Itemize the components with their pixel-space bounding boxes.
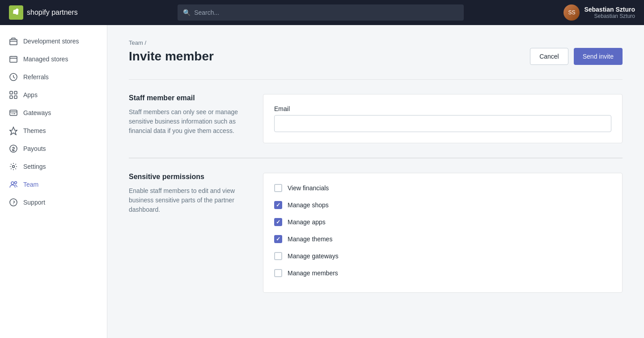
page-title: Invite member bbox=[129, 49, 214, 64]
themes-icon bbox=[9, 126, 18, 135]
permission-item-manage-apps: Manage apps bbox=[274, 214, 611, 231]
sidebar: Development stores Managed stores Referr… bbox=[0, 25, 107, 338]
checkbox-label-manage-gateways[interactable]: Manage gateways bbox=[288, 252, 339, 260]
search-icon: 🔍 bbox=[183, 9, 191, 16]
gateways-icon bbox=[9, 108, 18, 117]
cancel-button[interactable]: Cancel bbox=[530, 48, 568, 65]
header-actions: Cancel Send invite bbox=[530, 48, 623, 65]
checkbox-manage-themes[interactable] bbox=[274, 235, 282, 243]
sidebar-item-apps[interactable]: Apps bbox=[0, 86, 107, 104]
sidebar-label: Managed stores bbox=[23, 56, 68, 63]
breadcrumb-link[interactable]: Team / bbox=[129, 39, 146, 46]
svg-rect-1 bbox=[10, 39, 17, 45]
checkbox-label-view-financials[interactable]: View financials bbox=[288, 184, 329, 192]
referrals-icon bbox=[9, 73, 18, 81]
checkbox-manage-shops[interactable] bbox=[274, 201, 282, 209]
sidebar-item-gateways[interactable]: Gateways bbox=[0, 104, 107, 122]
logo[interactable]: shopify partners bbox=[9, 5, 78, 20]
sidebar-label: Team bbox=[23, 181, 38, 188]
team-icon bbox=[9, 180, 18, 189]
user-primary-name: Sebastian Szturo bbox=[584, 6, 635, 13]
svg-rect-2 bbox=[10, 56, 17, 62]
svg-point-11 bbox=[11, 182, 14, 184]
svg-rect-8 bbox=[10, 110, 17, 116]
permission-item-manage-shops: Manage shops bbox=[274, 197, 611, 214]
staff-email-section: Staff member email Staff members can onl… bbox=[129, 79, 623, 158]
svg-rect-7 bbox=[14, 96, 17, 98]
checkbox-label-manage-themes[interactable]: Manage themes bbox=[288, 235, 332, 243]
checkbox-manage-members[interactable] bbox=[274, 269, 282, 277]
sidebar-label: Settings bbox=[23, 163, 46, 170]
sidebar-item-payouts[interactable]: Payouts bbox=[0, 140, 107, 158]
sidebar-label: Referrals bbox=[23, 73, 49, 81]
brand-text: shopify partners bbox=[27, 9, 78, 17]
payouts-icon bbox=[9, 144, 18, 153]
topnav: shopify partners 🔍 SS Sebastian Szturo S… bbox=[0, 0, 644, 25]
svg-point-13 bbox=[10, 199, 17, 206]
section-desc-permissions: Enable staff members to edit and view bu… bbox=[129, 186, 245, 214]
permissions-card: View financialsManage shopsManage appsMa… bbox=[263, 173, 623, 293]
section-title-permissions: Sensitive permissions bbox=[129, 173, 245, 181]
sidebar-item-team[interactable]: Team bbox=[0, 175, 107, 193]
sidebar-item-referrals[interactable]: Referrals bbox=[0, 68, 107, 86]
svg-rect-5 bbox=[14, 91, 17, 94]
apps-icon bbox=[9, 90, 18, 99]
sidebar-item-settings[interactable]: Settings bbox=[0, 158, 107, 175]
svg-point-10 bbox=[13, 166, 15, 168]
sidebar-item-development-stores[interactable]: Development stores bbox=[0, 32, 107, 50]
sidebar-label: Payouts bbox=[23, 145, 46, 152]
send-invite-button[interactable]: Send invite bbox=[574, 48, 623, 65]
checkbox-manage-apps[interactable] bbox=[274, 218, 282, 226]
sidebar-label: Apps bbox=[23, 91, 38, 98]
checkbox-label-manage-members[interactable]: Manage members bbox=[288, 270, 338, 277]
main-content: Team / Invite member Cancel Send invite … bbox=[107, 25, 644, 338]
user-menu[interactable]: SS Sebastian Szturo Sebastian Szturo bbox=[564, 4, 635, 21]
sidebar-item-themes[interactable]: Themes bbox=[0, 122, 107, 140]
checkbox-label-manage-apps[interactable]: Manage apps bbox=[288, 218, 326, 226]
settings-icon bbox=[9, 162, 18, 171]
sidebar-item-support[interactable]: Support bbox=[0, 193, 107, 211]
email-input[interactable] bbox=[274, 115, 611, 132]
permission-item-manage-gateways: Manage gateways bbox=[274, 248, 611, 265]
sidebar-label: Support bbox=[23, 199, 45, 206]
svg-point-12 bbox=[15, 182, 17, 184]
sidebar-label: Gateways bbox=[23, 109, 51, 116]
support-icon bbox=[9, 198, 18, 207]
sidebar-label: Development stores bbox=[23, 38, 79, 45]
permissions-section: Sensitive permissions Enable staff membe… bbox=[129, 158, 623, 307]
section-info-permissions: Sensitive permissions Enable staff membe… bbox=[129, 173, 245, 293]
section-info-email: Staff member email Staff members can onl… bbox=[129, 94, 245, 143]
sidebar-label: Themes bbox=[23, 127, 46, 134]
checkbox-manage-gateways[interactable] bbox=[274, 252, 282, 260]
avatar: SS bbox=[564, 4, 580, 21]
svg-rect-6 bbox=[10, 96, 13, 98]
email-form-card: Email bbox=[263, 94, 623, 143]
search-input[interactable] bbox=[194, 9, 458, 16]
page-header: Invite member Cancel Send invite bbox=[129, 48, 623, 65]
permission-item-manage-themes: Manage themes bbox=[274, 231, 611, 248]
section-title-email: Staff member email bbox=[129, 94, 245, 102]
svg-rect-4 bbox=[10, 91, 13, 94]
email-label: Email bbox=[274, 105, 611, 112]
user-secondary-name: Sebastian Szturo bbox=[584, 13, 635, 19]
checkbox-label-manage-shops[interactable]: Manage shops bbox=[288, 201, 329, 209]
search-bar[interactable]: 🔍 bbox=[178, 4, 464, 21]
breadcrumb: Team / bbox=[129, 39, 623, 46]
section-desc-email: Staff members can only see or manage sen… bbox=[129, 107, 245, 136]
permission-item-manage-members: Manage members bbox=[274, 265, 611, 282]
managed-stores-icon bbox=[9, 55, 18, 64]
permission-item-view-financials: View financials bbox=[274, 184, 611, 197]
development-stores-icon bbox=[9, 37, 18, 46]
checkbox-view-financials[interactable] bbox=[274, 184, 282, 192]
user-info: Sebastian Szturo Sebastian Szturo bbox=[584, 6, 635, 19]
sidebar-item-managed-stores[interactable]: Managed stores bbox=[0, 50, 107, 68]
